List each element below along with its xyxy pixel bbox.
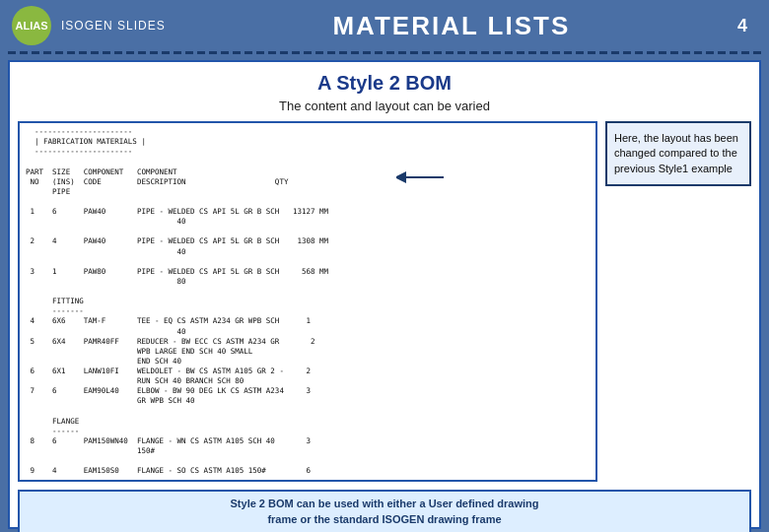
- bottom-note-line2: frame or the standard ISOGEN drawing fra…: [30, 512, 739, 527]
- app-name: ISOGEN SLIDES: [61, 19, 166, 33]
- bottom-note-line1: Style 2 BOM can be used with either a Us…: [30, 497, 739, 511]
- arrow-icon: [396, 166, 446, 188]
- bottom-note: Style 2 BOM can be used with either a Us…: [18, 490, 751, 532]
- bom-table: ---------------------- | FABRICATION MAT…: [18, 121, 597, 482]
- sidebar-note-text: Here, the layout has been changed compar…: [614, 131, 742, 176]
- header-divider: [8, 51, 761, 54]
- sidebar-note: Here, the layout has been changed compar…: [605, 121, 751, 186]
- header: ALIAS ISOGEN SLIDES MATERIAL LISTS 4: [0, 0, 769, 51]
- content-area: ---------------------- | FABRICATION MAT…: [10, 121, 759, 486]
- page-number: 4: [737, 16, 757, 36]
- alias-logo: ALIAS: [12, 6, 51, 45]
- slide-content: A Style 2 BOM The content and layout can…: [8, 60, 761, 529]
- bom-pre: ---------------------- | FABRICATION MAT…: [26, 127, 590, 476]
- slide-title: A Style 2 BOM: [10, 62, 759, 99]
- slide-subtitle: The content and layout can be varied: [10, 99, 759, 113]
- logo-text: ALIAS: [16, 20, 48, 32]
- page-title: MATERIAL LISTS: [166, 11, 737, 41]
